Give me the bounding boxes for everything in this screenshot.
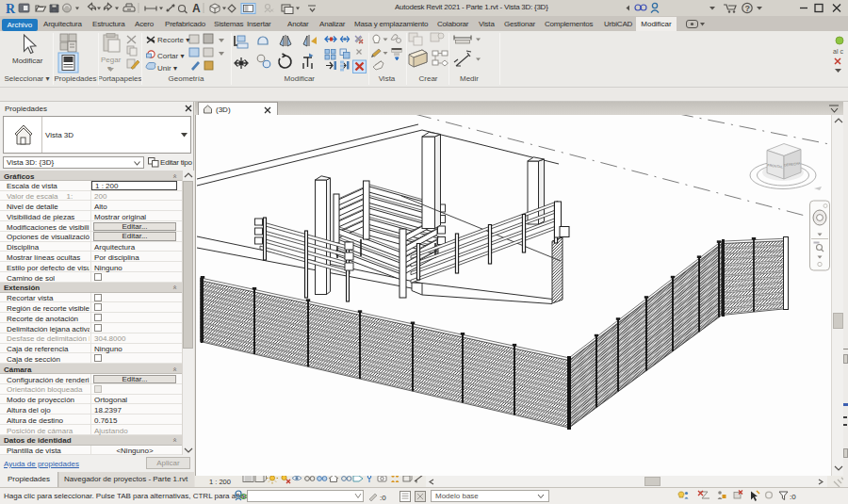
svg-text:A: A [192, 2, 201, 15]
svg-text:R: R [6, 2, 16, 16]
svg-text::0: :0 [380, 494, 386, 502]
svg-text:?: ? [745, 4, 751, 13]
svg-text:al c: al c [833, 48, 843, 55]
svg-text::0: :0 [790, 493, 796, 501]
